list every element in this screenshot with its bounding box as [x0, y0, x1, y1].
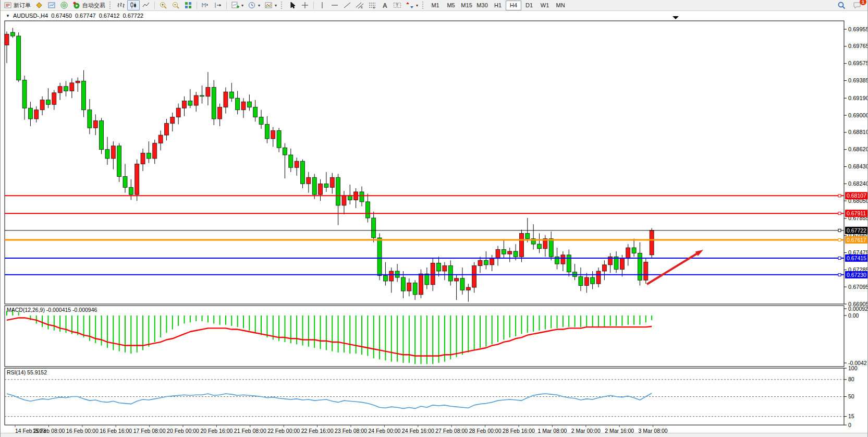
- toolbar-separator: [313, 2, 314, 9]
- toolbar-separator: [226, 2, 227, 9]
- candle-body: [229, 92, 234, 98]
- fibonacci-button[interactable]: F: [366, 0, 378, 10]
- tile-windows-button[interactable]: [182, 0, 194, 10]
- data-window-button[interactable]: [45, 0, 58, 10]
- main-toolbar: 新订单自动交易▾▾▾EFAT▾M1M5M15M30H1H4D1W1MN1: [1, 0, 867, 11]
- auto-trading-label: 自动交易: [82, 2, 105, 9]
- rsi-axis-label: 80: [848, 376, 854, 382]
- rsi-axis-label: 15: [848, 413, 854, 419]
- timeframe-mn-button[interactable]: MN: [553, 1, 568, 10]
- line-chart-button[interactable]: [140, 0, 152, 10]
- periods-button[interactable]: ▾: [246, 0, 262, 10]
- candle-body: [176, 108, 180, 117]
- candle-body: [324, 184, 328, 187]
- current-price-line-handle[interactable]: [838, 229, 841, 232]
- macd-axis-label: 0.000925: [848, 306, 868, 312]
- vline-icon: [318, 1, 326, 9]
- candle-body: [129, 187, 133, 195]
- timeframe-w1-button[interactable]: W1: [537, 1, 553, 10]
- support-line-1-handle[interactable]: [838, 257, 841, 259]
- timeframe-m30-button[interactable]: M30: [474, 1, 490, 10]
- crosshair-button[interactable]: [299, 0, 311, 10]
- candle-body: [259, 117, 263, 125]
- main-chart-panel[interactable]: [5, 21, 844, 304]
- trendline-icon: [343, 1, 351, 9]
- dropdown-arrow-icon[interactable]: ▾: [275, 3, 277, 8]
- notifications-button[interactable]: 1: [851, 0, 863, 10]
- new-order-button[interactable]: 新订单: [2, 0, 33, 10]
- auto-trading-button[interactable]: 自动交易: [70, 0, 107, 10]
- chart-shift-button[interactable]: [212, 0, 224, 10]
- pivot-line-handle[interactable]: [838, 238, 841, 241]
- chart-canvas[interactable]: 0.699550.697650.695750.693850.691900.690…: [1, 0, 868, 437]
- support-line-2-handle[interactable]: [838, 273, 841, 276]
- candle-body: [82, 81, 86, 110]
- line-icon: [142, 1, 150, 9]
- candle-body: [567, 255, 571, 272]
- candle-body: [289, 155, 293, 167]
- zoom-out-button[interactable]: [169, 0, 182, 10]
- cursor-icon: [288, 1, 297, 9]
- market-watch-button[interactable]: [33, 0, 45, 10]
- candle-body: [448, 266, 453, 281]
- candle-body: [472, 266, 476, 287]
- horizontal-line-button[interactable]: [328, 0, 341, 10]
- candle-body: [22, 80, 27, 108]
- candle-body: [218, 107, 222, 119]
- templates-button[interactable]: ▾: [262, 0, 279, 10]
- resistance-line-1-handle[interactable]: [838, 195, 841, 197]
- dropdown-arrow-icon[interactable]: ▾: [416, 3, 418, 8]
- timeframe-m15-button[interactable]: M15: [459, 1, 474, 10]
- price-axis-tick-label: 0.69955: [848, 26, 868, 32]
- candle-body: [620, 259, 624, 270]
- bar-chart-button[interactable]: [115, 0, 127, 10]
- zoom-out-icon: [172, 1, 180, 9]
- cursor-button[interactable]: [286, 0, 299, 10]
- timeframe-m1-button[interactable]: M1: [427, 1, 443, 10]
- candle-body: [614, 257, 618, 269]
- candle-body: [28, 108, 32, 119]
- candle-body: [596, 271, 601, 284]
- timeframe-h4-button[interactable]: H4: [506, 1, 521, 10]
- vertical-line-button[interactable]: [316, 0, 328, 10]
- candles-icon: [129, 1, 138, 9]
- navigator-button[interactable]: [58, 0, 70, 10]
- toolbar-separator: [197, 2, 197, 9]
- candle-body: [301, 161, 305, 184]
- price-axis-tick-label: 0.68240: [848, 180, 868, 187]
- candle-body: [40, 100, 44, 110]
- candle-body: [537, 244, 542, 249]
- candle-body: [644, 262, 648, 281]
- candle-body: [365, 202, 370, 218]
- chart-low-value: 0.67412: [99, 13, 120, 19]
- arrows-button[interactable]: ▾: [404, 0, 420, 10]
- candle-body: [117, 146, 121, 177]
- timeframe-h1-button[interactable]: H1: [490, 1, 506, 10]
- dropdown-arrow-icon[interactable]: ▾: [241, 3, 243, 8]
- timeframe-d1-button[interactable]: D1: [521, 1, 537, 10]
- candle-body: [182, 101, 187, 108]
- text-button[interactable]: A: [378, 0, 391, 10]
- search-button[interactable]: [835, 0, 848, 10]
- new-order-label: 新订单: [14, 2, 31, 9]
- chart-shift-marker-icon[interactable]: [673, 16, 679, 19]
- auto-scroll-button[interactable]: [199, 0, 212, 10]
- toolbar-grip: [422, 2, 425, 9]
- hline-icon: [331, 1, 339, 9]
- chart-menu-caret-icon[interactable]: ▼: [6, 14, 10, 18]
- candle-body: [425, 274, 429, 285]
- timeframe-m5-button[interactable]: M5: [443, 1, 459, 10]
- dropdown-arrow-icon[interactable]: ▾: [258, 3, 260, 8]
- candle-body: [105, 150, 109, 159]
- trendline-button[interactable]: [341, 0, 353, 10]
- radar-icon: [60, 1, 68, 9]
- new-chart-button[interactable]: ▾: [229, 0, 246, 10]
- text-label-button[interactable]: T: [391, 0, 404, 10]
- zoom-in-button[interactable]: [157, 0, 169, 10]
- candle-body: [188, 101, 192, 105]
- current-price-line-price-label: 0.67722: [847, 227, 866, 234]
- candlestick-chart-button[interactable]: [127, 0, 140, 10]
- equidistant-channel-button[interactable]: E: [353, 0, 366, 10]
- resistance-line-2-handle[interactable]: [838, 212, 841, 215]
- price-axis-tick-label: 0.69765: [848, 43, 868, 49]
